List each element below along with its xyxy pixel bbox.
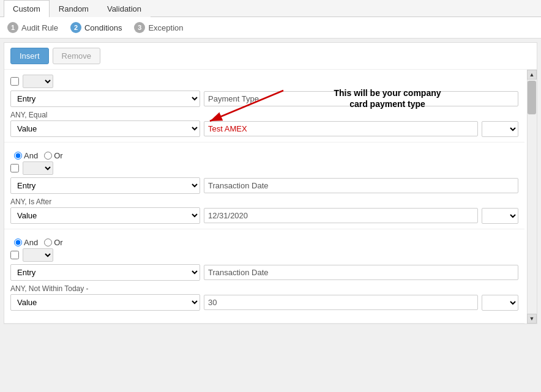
cond1-small-select[interactable] [23,75,53,88]
cond1-value-row: Value This will be your companycard paym… [10,120,518,137]
cond3-check-row [10,248,518,262]
cond3-value-row: Value [10,294,518,311]
step-1-label: Audit Rule [21,23,58,32]
cond2-field-text[interactable] [204,178,518,193]
cond2-small-select[interactable] [23,161,53,175]
cond1-extra-select[interactable] [482,121,518,137]
cond2-or-radio[interactable] [44,152,52,160]
scrollbar-thumb[interactable] [528,81,536,114]
cond1-checkbox[interactable] [10,77,19,86]
top-tabs: Custom Random Validation [0,0,541,17]
toolbar: Insert Remove [4,43,537,70]
cond2-and-label[interactable]: And [14,151,38,160]
remove-button[interactable]: Remove [53,48,100,64]
step-2-label: Conditions [84,23,122,32]
cond2-extra-select[interactable] [482,208,518,224]
cond1-check-row [10,75,518,88]
cond2-value-row: Value [10,207,518,224]
step-3-label: Exception [148,23,183,32]
cond3-value-select[interactable]: Value [10,294,200,311]
cond2-and-or-row: And Or [10,147,518,161]
condition-block-2: And Or Entry [4,142,524,229]
step-3[interactable]: 3 Exception [134,22,183,33]
conditions-scroll-area: Entry ANY, Equal Value This will be your… [4,70,537,324]
cond2-condition-label: ANY, Is After [10,196,518,207]
cond2-value-select[interactable]: Value [10,207,200,224]
cond3-extra-select[interactable] [482,295,518,311]
insert-button[interactable]: Insert [10,48,49,64]
cond2-entry-select[interactable]: Entry [10,177,200,194]
main-panel: Insert Remove Entry ANY, Equal [4,42,537,324]
cond3-checkbox[interactable] [10,251,19,259]
cond3-and-label[interactable]: And [14,238,38,247]
cond3-fields-row: Entry [10,264,518,281]
tab-random[interactable]: Random [50,0,98,17]
cond3-and-or-row: And Or [10,234,518,248]
cond2-fields-row: Entry [10,177,518,194]
scroll-down-button[interactable]: ▼ [527,314,537,324]
cond2-and-radio[interactable] [14,152,22,160]
cond1-field-text[interactable] [204,91,518,106]
step-2[interactable]: 2 Conditions [70,22,122,33]
cond3-and-radio[interactable] [14,239,22,246]
cond1-entry-select[interactable]: Entry [10,91,200,107]
cond2-or-label[interactable]: Or [44,151,62,160]
tab-validation[interactable]: Validation [98,0,151,17]
step-bar: 1 Audit Rule 2 Conditions 3 Exception [0,17,541,39]
step-2-num: 2 [70,22,81,33]
cond3-entry-select[interactable]: Entry [10,264,200,281]
cond1-value-select[interactable]: Value [10,120,200,137]
cond3-or-radio[interactable] [44,239,52,246]
step-1[interactable]: 1 Audit Rule [7,22,58,33]
scrollbar[interactable]: ▲ ▼ [527,70,537,324]
cond3-small-select[interactable] [23,248,53,262]
cond2-check-row [10,161,518,175]
scroll-up-button[interactable]: ▲ [527,70,537,80]
cond3-or-label[interactable]: Or [44,238,62,247]
cond2-checkbox[interactable] [10,164,19,172]
condition-block-3: And Or Entry [4,229,524,324]
cond1-value-text[interactable] [204,121,478,136]
cond3-condition-label: ANY, Not Within Today - [10,283,518,294]
condition-block-1: Entry ANY, Equal Value This will be your… [4,70,524,142]
cond3-value-text[interactable] [204,295,478,310]
cond1-condition-label: ANY, Equal [10,109,518,120]
cond2-value-text[interactable] [204,208,478,223]
step-3-num: 3 [134,22,145,33]
cond1-fields-row: Entry [10,91,518,107]
cond3-field-text[interactable] [204,265,518,280]
step-1-num: 1 [7,22,18,33]
tab-custom[interactable]: Custom [4,0,50,17]
